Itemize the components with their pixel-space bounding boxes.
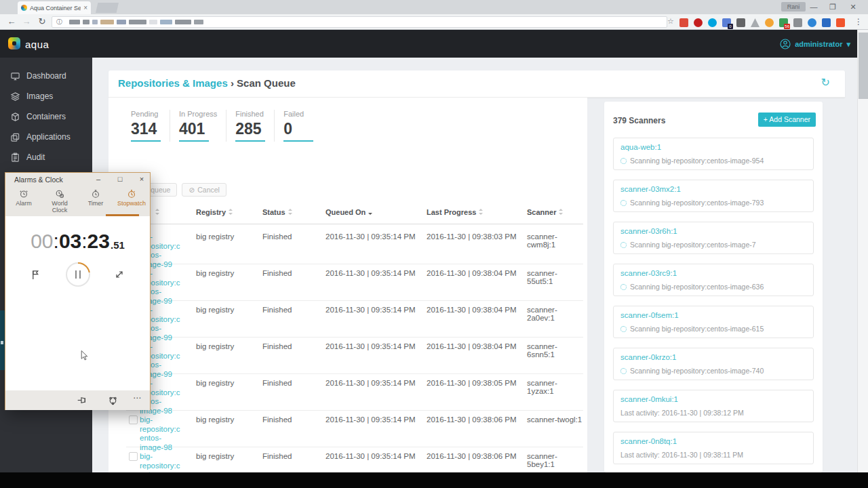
scanner-card[interactable]: aqua-web:1 Scanning big-repository:cento… — [613, 138, 814, 170]
timer-icon — [91, 189, 100, 199]
page-info-icon[interactable]: ⓘ — [56, 18, 62, 26]
sidebar-item-applications[interactable]: Applications — [0, 127, 92, 147]
forward-icon[interactable]: → — [20, 16, 33, 26]
user-menu[interactable]: administrator ▾ — [780, 39, 850, 49]
bookmark-star-icon[interactable]: ☆ — [667, 17, 674, 26]
stat-finished: Finished 285 — [226, 110, 274, 142]
chrome-menu-icon[interactable]: ⋮ — [854, 17, 863, 26]
page-scrollbar[interactable] — [857, 30, 868, 472]
scanner-card[interactable]: scanner-0krzo:1 Scanning big-repository:… — [613, 348, 814, 380]
scanner-card[interactable]: scanner-03mx2:1 Scanning big-repository:… — [613, 180, 814, 212]
expand-icon — [114, 269, 125, 280]
extension-icon-11[interactable] — [836, 18, 845, 27]
lap-button[interactable] — [30, 269, 41, 283]
extension-icon-1[interactable] — [694, 18, 703, 27]
extension-icon-10[interactable] — [822, 18, 831, 27]
stopwatch-minutes: 03 — [59, 230, 81, 253]
extension-icon-6[interactable] — [765, 18, 774, 27]
clock-minimize-button[interactable]: – — [92, 174, 104, 184]
extension-icon-4[interactable] — [736, 18, 745, 27]
refresh-icon[interactable]: ↻ — [821, 76, 830, 89]
notify-button[interactable] — [107, 394, 119, 409]
breadcrumb-section[interactable]: Repositories & Images — [118, 77, 228, 89]
sidebar-item-images[interactable]: Images — [0, 86, 92, 106]
windows-icon — [10, 132, 20, 142]
scanners-count: 379 Scanners — [613, 116, 665, 125]
tab-timer[interactable]: Timer — [81, 189, 111, 216]
expand-button[interactable] — [114, 269, 125, 283]
extension-icon-2[interactable] — [708, 18, 717, 27]
image-link[interactable]: big-repository:centos-image-98 — [140, 415, 182, 452]
tab-stopwatch[interactable]: Stopwatch — [117, 189, 146, 216]
scanner-card[interactable]: scanner-0fsem:1 Scanning big-repository:… — [613, 306, 814, 338]
window-maximize-button[interactable]: ❐ — [826, 2, 840, 12]
column-status[interactable]: Status — [262, 208, 293, 216]
table-row[interactable]: big-repository:centos-image-98 big regis… — [126, 374, 583, 411]
table-row[interactable]: big-repository:centos-image-98 big regis… — [126, 411, 583, 447]
clock-maximize-button[interactable]: □ — [114, 174, 126, 184]
column-image-sort[interactable] — [153, 208, 160, 216]
scanner-card[interactable]: scanner-03r6h:1 Scanning big-repository:… — [613, 222, 814, 254]
scan-queue-panel: Pending 314 In Progress 401 Finished 285… — [108, 98, 587, 472]
sidebar-item-containers[interactable]: Containers — [0, 106, 92, 127]
clock-close-button[interactable]: × — [136, 174, 148, 184]
column-queued-on[interactable]: Queued On — [326, 208, 373, 216]
add-scanner-button[interactable]: + Add Scanner — [758, 113, 816, 127]
table-row[interactable]: big-repository:centos-image-99 big regis… — [126, 264, 583, 301]
world-clock-icon — [55, 189, 64, 199]
scanner-name-link[interactable]: aqua-web:1 — [620, 143, 661, 151]
sort-icon — [155, 209, 160, 215]
sidebar-item-audit[interactable]: Audit — [0, 147, 92, 167]
tab-close-icon[interactable]: × — [83, 5, 87, 12]
extension-icon-0[interactable] — [679, 18, 688, 27]
browser-tab-active[interactable]: Aqua Container Security × — [18, 1, 91, 14]
user-avatar-icon — [780, 39, 791, 49]
redacted-url-segment — [149, 20, 157, 24]
tab-alarm[interactable]: Alarm — [9, 189, 39, 216]
extension-icon-8[interactable] — [793, 18, 802, 27]
secondary-tab[interactable] — [96, 3, 119, 13]
address-bar[interactable]: ⓘ — [52, 16, 667, 28]
bell-icon — [107, 394, 119, 406]
window-close-button[interactable]: ✕ — [846, 2, 860, 12]
tab-title: Aqua Container Security — [30, 5, 81, 12]
clock-titlebar[interactable]: Alarms & Clock – □ × — [5, 173, 150, 186]
column-registry[interactable]: Registry — [196, 208, 233, 216]
extension-badge: 0 — [728, 24, 733, 29]
window-minimize-button[interactable]: — — [807, 2, 821, 12]
sidebar-item-dashboard[interactable]: Dashboard — [0, 66, 92, 86]
scanner-name-link[interactable]: scanner-0n8tq:1 — [620, 437, 677, 445]
column-scanner[interactable]: Scanner — [527, 208, 564, 216]
scanner-name-link[interactable]: scanner-0krzo:1 — [620, 353, 676, 361]
row-checkbox[interactable] — [129, 415, 138, 424]
cancel-button[interactable]: ⊘Cancel — [182, 183, 226, 197]
pin-button[interactable] — [76, 394, 87, 409]
scanner-name-link[interactable]: scanner-0mkui:1 — [620, 395, 678, 403]
spinner-icon — [620, 200, 627, 206]
pause-button[interactable] — [66, 262, 90, 287]
column-last-progress[interactable]: Last Progress — [427, 208, 484, 216]
extension-icon-7[interactable]: 56 — [779, 18, 788, 27]
extension-icon-3[interactable]: 0 — [722, 18, 731, 27]
scanner-card[interactable]: scanner-03rc9:1 Scanning big-repository:… — [613, 264, 814, 296]
scanner-name-link[interactable]: scanner-03r6h:1 — [620, 227, 677, 235]
scanner-name-link[interactable]: scanner-0fsem:1 — [620, 311, 679, 319]
scrollbar-thumb[interactable] — [859, 33, 868, 99]
chrome-profile-badge[interactable]: Rani — [781, 2, 806, 12]
table-row[interactable]: big-repository:centos-image-99 big regis… — [126, 301, 583, 338]
scanner-name-link[interactable]: scanner-03mx2:1 — [620, 185, 681, 193]
reload-icon[interactable]: ↻ — [36, 16, 48, 26]
scanner-card[interactable]: scanner-0mkui:1 Last activity: 2016-11-3… — [613, 390, 814, 422]
table-row[interactable]: big-repository:centos-image-99 big regis… — [126, 228, 583, 264]
tab-world-clock[interactable]: World Clock — [45, 189, 75, 216]
row-checkbox[interactable] — [129, 452, 138, 461]
scanner-card[interactable]: scanner-0n8tq:1 Last activity: 2016-11-3… — [613, 432, 814, 464]
more-options-button[interactable]: ⋯ — [133, 393, 142, 403]
extension-icon-9[interactable] — [808, 18, 816, 27]
table-row[interactable]: big-repository:centos-image-99 big regis… — [126, 338, 583, 374]
extension-icon-5[interactable] — [751, 18, 760, 27]
back-icon[interactable]: ← — [5, 16, 18, 26]
layers-icon — [10, 92, 20, 102]
scanner-name-link[interactable]: scanner-03rc9:1 — [620, 269, 677, 277]
alarms-clock-window[interactable]: Alarms & Clock – □ × Alarm World Clock T… — [5, 172, 151, 410]
